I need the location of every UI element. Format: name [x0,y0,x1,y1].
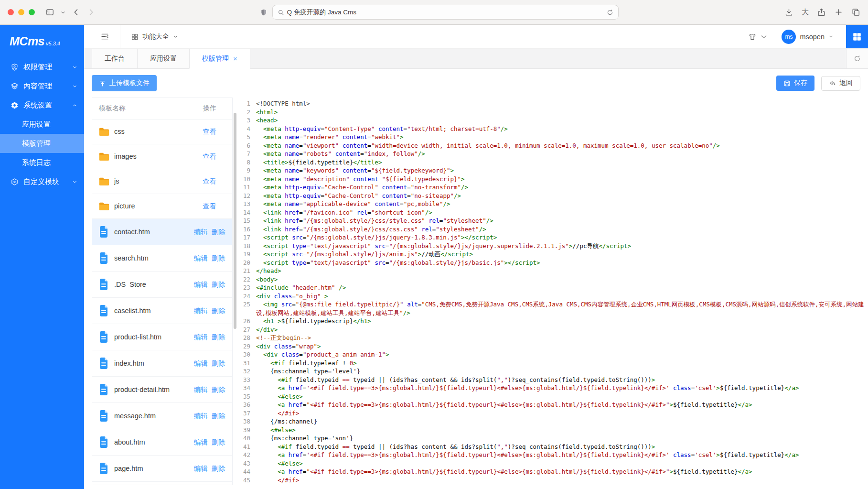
table-row[interactable]: index.htm编辑删除 [92,350,232,377]
chevron-down-icon[interactable] [60,10,66,15]
text-size-button[interactable]: 大 [802,8,809,17]
tab-工作台[interactable]: 工作台 [92,49,138,68]
theme-skin-button[interactable] [748,33,768,41]
line-number: 4 [242,125,256,133]
refresh-tab-button[interactable] [846,49,868,68]
save-button[interactable]: 保存 [776,76,814,91]
sidebar-item-content[interactable]: 内容管理 [0,76,84,96]
line-number: 7 [242,150,256,158]
user-menu[interactable]: ms msopen [782,30,834,44]
back-label: 返回 [839,79,853,87]
line-number: 37 [242,409,256,418]
table-row[interactable]: product-list.htm编辑删除 [92,324,232,350]
table-row[interactable]: js查看 [92,169,232,194]
code-line: 2<html> [242,108,868,117]
line-number: 17 [242,233,256,242]
address-bar[interactable]: Q 免疫开源的 Java Cms [272,5,619,20]
action-link[interactable]: 删除 [212,254,225,262]
table-row[interactable]: .DS_Store编辑删除 [92,272,232,298]
scrollbar-thumb[interactable] [234,113,236,329]
action-link[interactable]: 编辑 [194,307,208,315]
code-line: 4 <meta http-equiv="Content-Type" conten… [242,125,868,133]
forward-button[interactable] [86,8,96,17]
action-link[interactable]: 删除 [212,465,225,472]
action-link[interactable]: 编辑 [194,465,208,472]
action-link[interactable]: 编辑 [194,281,208,288]
sidebar-item-label: 系统设置 [23,101,52,110]
table-row[interactable]: search.htm编辑删除 [92,245,232,272]
action-link[interactable]: 删除 [212,386,225,393]
line-number: 14 [242,208,256,217]
table-row[interactable]: caselist.htm编辑删除 [92,298,232,324]
sidebar-subitem-app-settings[interactable]: 应用设置 [0,115,84,134]
table-row[interactable]: css查看 [92,120,232,144]
action-link[interactable]: 编辑 [194,386,208,393]
sidebar-item-permission[interactable]: 权限管理 [0,57,84,76]
action-link[interactable]: 编辑 [194,333,208,341]
file-name: product-list.htm [114,332,161,342]
table-row[interactable]: page.htm编辑删除 [92,456,232,482]
sidebar-item-system[interactable]: 系统设置 [0,96,84,115]
action-link[interactable]: 查看 [203,152,216,160]
collapse-sidebar-icon[interactable] [100,32,109,41]
action-link[interactable]: 编辑 [194,254,208,262]
search-icon [278,9,284,16]
zoom-window-button[interactable] [29,9,35,15]
shield-icon [11,63,19,71]
reload-icon[interactable] [607,9,613,16]
downloads-icon[interactable] [784,8,793,17]
address-zone: Q 免疫开源的 Java Cms [101,5,777,20]
action-link[interactable]: 删除 [212,438,225,446]
minimize-window-button[interactable] [18,9,24,15]
table-row[interactable]: message.htm编辑删除 [92,403,232,429]
action-link[interactable]: 删除 [212,281,225,288]
sidebar-item-custom-module[interactable]: 自定义模块 [0,172,84,191]
action-link[interactable]: 删除 [212,307,225,315]
close-window-button[interactable] [8,9,14,15]
grid-icon [131,33,139,41]
action-link[interactable]: 查看 [203,128,216,135]
code-editor[interactable]: 1<!DOCTYPE html>2<html>3<head>4 <meta ht… [242,98,868,489]
table-row[interactable]: images查看 [92,144,232,169]
table-row[interactable]: picture查看 [92,194,232,219]
code-line: 12 <meta http-equiv="Cache-Control" cont… [242,192,868,200]
action-link[interactable]: 删除 [212,333,225,341]
table-row[interactable]: contact.htm编辑删除 [92,219,232,245]
file-name: images [114,152,137,162]
sidebar-subitem-template[interactable]: 模版管理 [0,134,84,153]
line-number: 8 [242,158,256,167]
file-icon [99,384,109,395]
action-link[interactable]: 删除 [212,228,225,236]
action-link[interactable]: 查看 [203,177,216,185]
chevron-down-icon [72,84,77,89]
action-link[interactable]: 编辑 [194,228,208,236]
sidebar-subitem-logs[interactable]: 系统日志 [0,153,84,172]
table-row[interactable]: product-detail.htm编辑删除 [92,377,232,403]
sidebar-toggle-icon[interactable] [45,8,54,17]
action-link[interactable]: 删除 [212,412,225,420]
chevron-down-icon [72,179,77,185]
privacy-shield-icon[interactable] [260,8,268,17]
tab-应用设置[interactable]: 应用设置 [137,49,190,68]
back-button[interactable]: 返回 [821,76,860,91]
action-link[interactable]: 查看 [203,202,216,210]
tab-overview-icon[interactable] [851,8,860,17]
back-button[interactable] [72,8,81,17]
table-row[interactable]: about.htm编辑删除 [92,429,232,456]
tshirt-icon [748,33,757,41]
new-tab-icon[interactable] [834,8,843,17]
apps-grid-button[interactable] [846,25,868,48]
action-link[interactable]: 编辑 [194,359,208,367]
module-icon [11,178,19,186]
upload-template-button[interactable]: 上传模板文件 [92,75,157,91]
action-link[interactable]: 编辑 [194,438,208,446]
content: 模板名称 操作 css查看images查看js查看picture查看contac… [84,98,868,489]
share-icon[interactable] [817,8,826,17]
action-link[interactable]: 删除 [212,359,225,367]
line-number: 29 [242,342,256,351]
function-menu[interactable]: 功能大全 [120,25,178,48]
tab-模版管理[interactable]: 模版管理× [189,49,250,69]
action-link[interactable]: 编辑 [194,412,208,420]
close-icon[interactable]: × [233,55,237,62]
sidebar-item-label: 权限管理 [23,63,52,72]
